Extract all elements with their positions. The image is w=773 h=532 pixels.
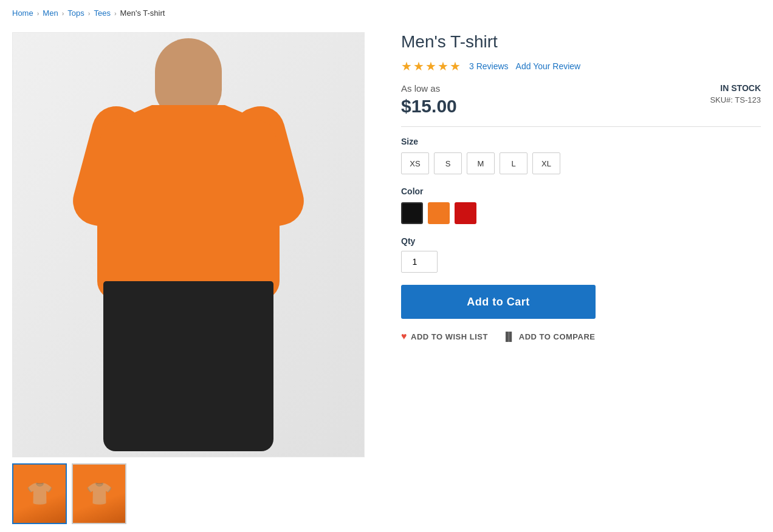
heart-icon: ♥ bbox=[401, 331, 407, 342]
breadcrumb-sep-2: › bbox=[62, 10, 64, 17]
size-xs[interactable]: XS bbox=[401, 152, 429, 174]
add-to-compare-button[interactable]: ▐▌ ADD TO COMPARE bbox=[503, 332, 596, 341]
reviews-row: ★★★★★ 3 Reviews Add Your Review bbox=[401, 59, 761, 73]
thumb-2-icon: 👕 bbox=[86, 481, 113, 506]
add-to-cart-button[interactable]: Add to Cart bbox=[401, 285, 596, 319]
color-section: Color bbox=[401, 186, 761, 224]
stock-status: IN STOCK bbox=[710, 83, 761, 93]
breadcrumb: Home › Men › Tops › Tees › Men's T-shirt bbox=[0, 0, 773, 26]
color-red[interactable] bbox=[455, 202, 476, 224]
qty-input[interactable] bbox=[401, 251, 438, 273]
color-black[interactable] bbox=[401, 202, 423, 224]
size-xl[interactable]: XL bbox=[532, 152, 560, 174]
qty-label: Qty bbox=[401, 236, 761, 246]
add-to-wishlist-button[interactable]: ♥ ADD TO WISH LIST bbox=[401, 331, 488, 342]
wishlist-label: ADD TO WISH LIST bbox=[411, 332, 488, 341]
size-label: Size bbox=[401, 137, 761, 146]
as-low-as-label: As low as bbox=[401, 83, 457, 94]
price-section: As low as $15.00 bbox=[401, 83, 457, 117]
thumbnail-list: 👕 👕 bbox=[12, 463, 377, 524]
price-stock-row: As low as $15.00 IN STOCK SKU#: TS-123 bbox=[401, 83, 761, 117]
size-options: XS S M L XL bbox=[401, 152, 761, 174]
size-m[interactable]: M bbox=[467, 152, 495, 174]
qty-section: Qty bbox=[401, 236, 761, 273]
stock-sku-section: IN STOCK SKU#: TS-123 bbox=[710, 83, 761, 104]
divider bbox=[401, 126, 761, 127]
thumbnail-1[interactable]: 👕 bbox=[12, 463, 67, 524]
star-rating: ★★★★★ bbox=[401, 59, 462, 73]
breadcrumb-men[interactable]: Men bbox=[43, 9, 58, 18]
main-product-image bbox=[12, 32, 365, 457]
add-review-link[interactable]: Add Your Review bbox=[516, 61, 581, 71]
wishlist-compare-row: ♥ ADD TO WISH LIST ▐▌ ADD TO COMPARE bbox=[401, 331, 761, 342]
breadcrumb-tops[interactable]: Tops bbox=[67, 9, 84, 18]
breadcrumb-home[interactable]: Home bbox=[12, 9, 33, 18]
color-label: Color bbox=[401, 186, 761, 196]
product-title: Men's T-shirt bbox=[401, 32, 761, 52]
sku-info: SKU#: TS-123 bbox=[710, 95, 761, 104]
breadcrumb-sep-1: › bbox=[37, 10, 40, 17]
size-section: Size XS S M L XL bbox=[401, 137, 761, 174]
thumbnail-2[interactable]: 👕 bbox=[72, 463, 126, 524]
breadcrumb-current: Men's T-shirt bbox=[120, 9, 165, 18]
compare-label: ADD TO COMPARE bbox=[519, 332, 596, 341]
size-s[interactable]: S bbox=[434, 152, 462, 174]
breadcrumb-sep-3: › bbox=[88, 10, 91, 17]
product-images: 👕 👕 bbox=[12, 32, 377, 524]
breadcrumb-tees[interactable]: Tees bbox=[94, 9, 110, 18]
color-options bbox=[401, 202, 761, 224]
breadcrumb-sep-4: › bbox=[114, 10, 117, 17]
figure-pants bbox=[103, 281, 273, 451]
thumb-1-icon: 👕 bbox=[26, 481, 53, 506]
product-details: Men's T-shirt ★★★★★ 3 Reviews Add Your R… bbox=[401, 32, 761, 524]
product-price: $15.00 bbox=[401, 96, 457, 117]
product-figure bbox=[79, 38, 298, 451]
figure-shirt bbox=[97, 105, 280, 299]
review-count-link[interactable]: 3 Reviews bbox=[469, 61, 509, 71]
color-orange[interactable] bbox=[428, 202, 450, 224]
size-l[interactable]: L bbox=[500, 152, 527, 174]
compare-icon: ▐▌ bbox=[503, 332, 515, 341]
product-page: 👕 👕 Men's T-shirt ★★★★★ 3 Reviews Add Yo bbox=[0, 26, 773, 532]
